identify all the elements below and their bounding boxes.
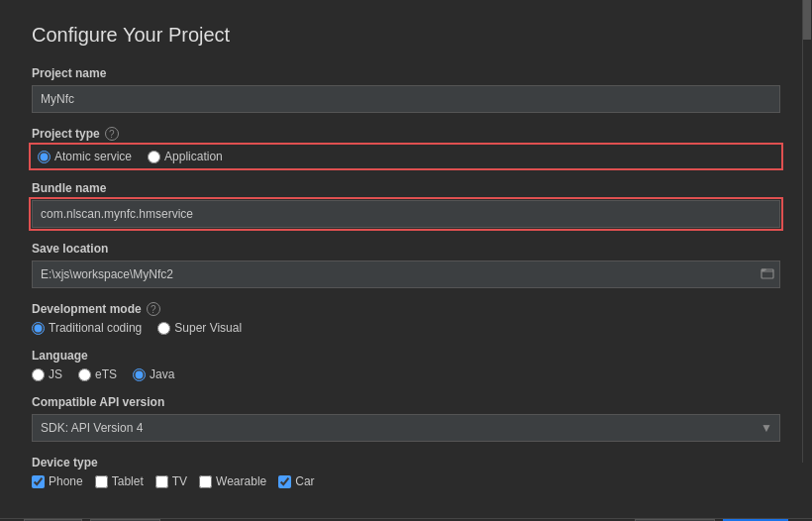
wearable-checkbox[interactable]: [199, 475, 212, 488]
application-radio-label[interactable]: Application: [148, 150, 223, 163]
wearable-checkbox-label[interactable]: Wearable: [199, 474, 266, 488]
traditional-coding-radio-label[interactable]: Traditional coding: [32, 321, 142, 335]
project-name-label: Project name: [32, 66, 780, 80]
atomic-service-radio[interactable]: [38, 151, 51, 163]
development-mode-label: Development mode ?: [32, 302, 780, 316]
language-group: Language JS eTS Java: [32, 349, 780, 381]
api-version-label: Compatible API version: [32, 395, 780, 409]
car-checkbox-label[interactable]: Car: [278, 474, 314, 488]
js-radio-label[interactable]: JS: [32, 367, 62, 381]
development-mode-radio-group: Traditional coding Super Visual: [32, 321, 780, 335]
atomic-service-radio-label[interactable]: Atomic service: [38, 150, 132, 163]
java-radio[interactable]: [133, 368, 146, 381]
application-radio[interactable]: [148, 151, 160, 163]
device-type-group: Device type Phone Tablet TV Wearable: [32, 456, 780, 488]
project-type-help-icon[interactable]: ?: [105, 127, 119, 141]
ets-radio-label[interactable]: eTS: [78, 367, 117, 381]
language-radio-group: JS eTS Java: [32, 367, 780, 381]
java-radio-label[interactable]: Java: [133, 367, 174, 381]
bundle-name-group: Bundle name: [32, 181, 780, 228]
main-content: Configure Your Project Project name Proj…: [0, 0, 812, 518]
project-type-group: Project type ? Atomic service Applicatio…: [32, 127, 780, 167]
ets-radio[interactable]: [78, 368, 91, 381]
page-title: Configure Your Project: [32, 24, 780, 47]
development-mode-group: Development mode ? Traditional coding Su…: [32, 302, 780, 335]
save-location-label: Save location: [32, 242, 780, 256]
api-version-group: Compatible API version SDK: API Version …: [32, 395, 780, 442]
project-name-group: Project name: [32, 66, 780, 113]
project-type-radio-group: Atomic service Application: [32, 146, 780, 167]
traditional-coding-radio[interactable]: [32, 322, 45, 335]
device-type-label: Device type: [32, 456, 780, 469]
project-type-label: Project type ?: [32, 127, 780, 141]
project-name-input[interactable]: [32, 85, 780, 113]
language-label: Language: [32, 349, 780, 363]
tv-checkbox[interactable]: [155, 475, 168, 488]
save-location-input-wrapper: [32, 260, 780, 288]
save-location-group: Save location: [32, 242, 780, 288]
tv-checkbox-label[interactable]: TV: [155, 474, 187, 488]
super-visual-radio-label[interactable]: Super Visual: [157, 321, 242, 335]
save-location-input[interactable]: [32, 260, 780, 288]
scroll-track: [802, 0, 812, 463]
car-checkbox[interactable]: [278, 475, 291, 488]
js-radio[interactable]: [32, 368, 45, 381]
device-type-checkbox-group: Phone Tablet TV Wearable Car: [32, 474, 780, 488]
phone-checkbox[interactable]: [32, 475, 45, 488]
scroll-thumb[interactable]: [803, 0, 811, 40]
development-mode-help-icon[interactable]: ?: [147, 302, 160, 316]
tablet-checkbox-label[interactable]: Tablet: [95, 474, 144, 488]
api-version-select-wrapper: SDK: API Version 4 SDK: API Version 5 SD…: [32, 414, 780, 442]
bundle-name-label: Bundle name: [32, 181, 780, 195]
super-visual-radio[interactable]: [157, 322, 170, 335]
api-version-select[interactable]: SDK: API Version 4 SDK: API Version 5 SD…: [32, 414, 780, 442]
bundle-name-input[interactable]: [32, 200, 780, 228]
phone-checkbox-label[interactable]: Phone: [32, 474, 83, 488]
folder-icon[interactable]: [761, 266, 774, 283]
tablet-checkbox[interactable]: [95, 475, 108, 488]
